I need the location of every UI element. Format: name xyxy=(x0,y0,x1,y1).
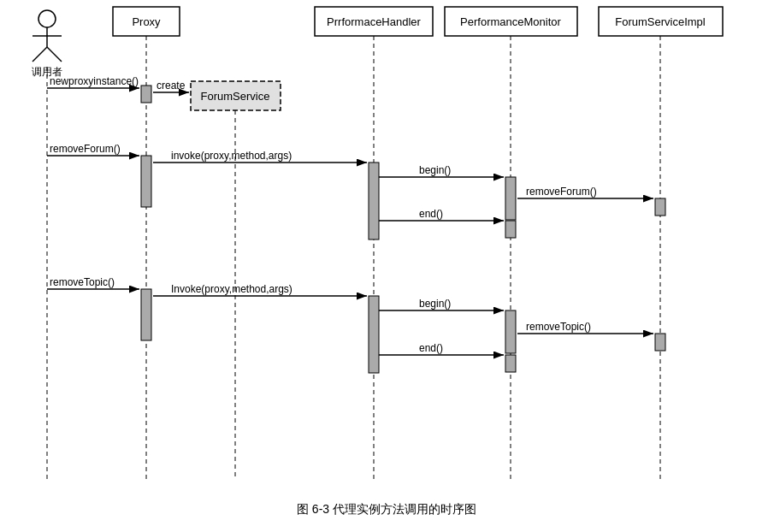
label-remove-topic-impl: removeTopic() xyxy=(526,321,591,333)
activation-proxy-seq2 xyxy=(141,289,151,340)
activation-prr-handler-seq1 xyxy=(369,163,379,239)
sequence-diagram: 调用者 Proxy PrrformaceHandler PerformanceM… xyxy=(0,0,774,532)
svg-line-5 xyxy=(47,47,62,62)
activation-perf-monitor-end1 xyxy=(505,221,516,238)
label-create: create xyxy=(157,80,186,92)
actor-prr-handler-label: PrrformaceHandler xyxy=(327,15,421,28)
label-remove-forum: removeForum() xyxy=(50,143,121,155)
activation-forum-impl-seq2 xyxy=(655,334,665,351)
activation-prr-handler-seq2 xyxy=(369,296,379,373)
svg-line-4 xyxy=(32,47,47,62)
label-end-1: end() xyxy=(419,208,443,220)
activation-forum-impl-seq1 xyxy=(655,198,665,216)
activation-proxy-create xyxy=(141,86,151,103)
diagram-caption: 图 6-3 代理实例方法调用的时序图 xyxy=(297,502,476,516)
label-newproxyinstance: newproxyinstance() xyxy=(50,75,139,87)
label-begin-1: begin() xyxy=(419,164,451,176)
forum-service-label: ForumService xyxy=(201,90,270,103)
actor-proxy-label: Proxy xyxy=(132,15,161,28)
actor-perf-monitor-label: PerformanceMonitor xyxy=(460,15,561,28)
label-begin-2: begin() xyxy=(419,298,451,310)
activation-perf-monitor-end2 xyxy=(505,355,516,372)
label-invoke-2: Invoke(proxy,method,args) xyxy=(171,283,292,295)
activation-perf-monitor-seq1 xyxy=(505,177,516,220)
label-invoke-1: invoke(proxy,method,args) xyxy=(171,150,292,162)
activation-proxy-seq1 xyxy=(141,156,151,207)
label-remove-topic: removeTopic() xyxy=(50,276,115,288)
activation-perf-monitor-seq2 xyxy=(505,310,516,353)
svg-point-1 xyxy=(38,10,56,27)
label-end-2: end() xyxy=(419,342,443,354)
actor-forum-impl-label: ForumServiceImpl xyxy=(615,15,706,28)
label-remove-forum-impl: removeForum() xyxy=(526,186,597,198)
